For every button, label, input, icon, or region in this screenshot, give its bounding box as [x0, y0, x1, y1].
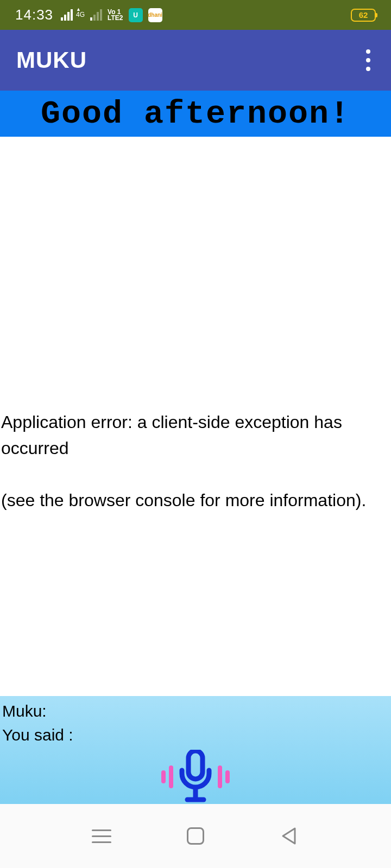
- muku-response-label: Muku:: [2, 699, 389, 723]
- error-line-2: (see the browser console for more inform…: [1, 487, 390, 513]
- error-message: Application error: a client-side excepti…: [0, 409, 391, 513]
- svg-rect-0: [188, 751, 203, 779]
- status-left-group: 14:33 ▲4G Vo 1LTE2 U dhani: [15, 7, 162, 23]
- mic-wave-right-icon: [218, 765, 230, 788]
- back-button[interactable]: [278, 824, 301, 848]
- home-icon: [187, 827, 204, 845]
- status-bar: 14:33 ▲4G Vo 1LTE2 U dhani 62: [0, 0, 391, 30]
- microphone-icon: [176, 750, 215, 804]
- volte-label: Vo 1LTE2: [108, 9, 123, 21]
- error-line-1: Application error: a client-side excepti…: [1, 409, 390, 461]
- notification-app-2-icon: dhani: [148, 8, 162, 22]
- notification-app-1-icon: U: [129, 8, 143, 22]
- microphone-button[interactable]: [161, 750, 230, 804]
- recents-icon: [92, 829, 111, 843]
- voice-panel: Muku: You said :: [0, 696, 391, 804]
- battery-icon: 62: [351, 9, 376, 22]
- signal-strength-1-icon: [61, 9, 73, 21]
- back-icon: [280, 826, 299, 846]
- mic-wave-left-icon: [161, 765, 173, 788]
- app-title: MUKU: [16, 47, 87, 73]
- main-content: Application error: a client-side excepti…: [0, 137, 391, 696]
- battery-level: 62: [359, 10, 368, 20]
- app-bar: MUKU: [0, 30, 391, 91]
- you-said-label: You said :: [2, 723, 389, 747]
- greeting-banner: Good afternoon!: [0, 91, 391, 137]
- greeting-text: Good afternoon!: [41, 95, 350, 132]
- system-nav-bar: [0, 804, 391, 868]
- status-clock: 14:33: [15, 7, 53, 23]
- home-button[interactable]: [184, 824, 207, 848]
- recents-button[interactable]: [90, 824, 113, 848]
- more-options-icon[interactable]: [362, 45, 375, 75]
- signal-strength-2-icon: [90, 9, 102, 21]
- network-4g-label: ▲4G: [76, 6, 85, 17]
